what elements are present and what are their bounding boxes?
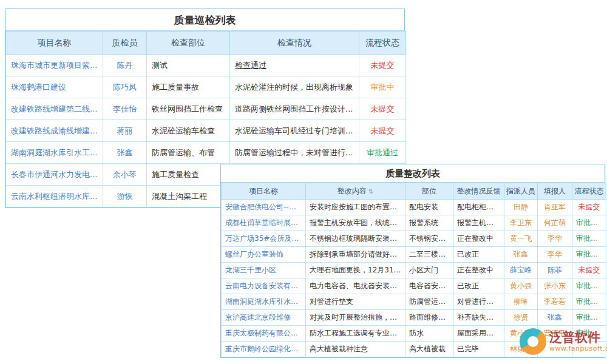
table-row[interactable]: 湖南洞庭湖水库引水工... 张鑫 防腐管运输、布管 防腐管运输过程中，未对管进行… [6,142,406,164]
assignee-cell[interactable]: 徐贤 [504,310,538,326]
reporter-cell[interactable]: 张小东 [538,278,572,294]
project-cell[interactable]: 龙湖三千里小区 [222,263,306,278]
col-header-reporter: 填报人 [538,183,572,200]
part-cell: 不锈钢安装... [405,231,453,247]
content-cell: 对管进行垫支 [306,294,405,310]
table-row[interactable]: 珠海鹤港口建设 陈巧凤 施工质量事故 水泥砼灌注的时候，出现离析现象 审批中 [6,76,406,98]
assignee-cell[interactable]: 黄一飞 [504,231,538,247]
reporter-cell[interactable]: 张鑫 [538,310,572,326]
feedback-cell: 补齐缺失标志... [453,310,504,326]
project-cell[interactable]: 万达广场35#会所及咖啡厅空... [222,231,306,247]
project-cell[interactable]: 改建铁路线成渝线增建第... [6,120,103,142]
part-cell: 二至三楼混... [405,247,453,263]
inspector-cell[interactable]: 李佳怡 [103,98,147,120]
feedback-cell: 屋面采用聚氨... [453,326,504,342]
part-cell: 高大植被栽 [405,342,453,357]
status-badge: 未提交 [359,120,406,142]
reporter-cell[interactable]: 李华 [538,247,572,263]
project-cell[interactable]: 云南水利枢纽潜明水库... [6,186,103,207]
sort-icon[interactable]: ⇅ [368,188,373,195]
situation-cell[interactable]: 检查通过 [230,55,359,76]
part-cell: 防水 [405,326,453,342]
assignee-cell[interactable]: 黄小强 [504,278,538,294]
status-badge: 审批通过 [572,247,606,263]
part-cell: 测试 [147,55,230,76]
quality-rectify-title: 质量整改列表 [221,164,605,183]
table-row[interactable]: 万达广场35#会所及咖啡厅空... 不锈钢边框玻璃隔断安装不平... 不锈钢安装… [222,231,606,247]
table-row[interactable]: 改建铁路线成渝线增建第... 蒋丽 水泥砼运输车检查 水泥砼运输车司机经过专门培… [6,120,406,142]
part-cell: 混凝土沟渠工程 [147,186,230,207]
situation-cell: 防腐管运输过程中，未对管进行... [230,142,359,164]
table-row[interactable]: 螺丝厂办公室装饰 拆除到承重墙部分请做好加固... 二至三楼混... 已改正 张… [222,247,606,263]
quality-inspection-title: 质量巡检列表 [5,9,404,31]
col-header-status: 流程状态 [572,183,606,200]
col-header-project: 项目名称 [6,32,103,55]
project-cell[interactable]: 珠海鹤港口建设 [6,76,103,98]
inspector-cell[interactable]: 余小琴 [103,164,147,186]
project-cell[interactable]: 京沪高速北京段维修 [222,310,306,326]
table-row[interactable]: 成都杜甫草堂临时展厅独立展... 报警主机安放牢固，线缆连接... 报警系统 报… [222,215,606,231]
fanpu-logo-text: 泛普软件 www.fanpusoft.com [549,331,607,352]
assignee-cell[interactable]: 柳琳 [504,294,538,310]
feedback-cell: 对管进行垫支 [453,294,504,310]
col-header-part: 检查部位 [147,32,230,55]
content-cell: 对其及时开展整治措施，桥头... [306,310,405,326]
project-cell[interactable]: 湖南洞庭湖水库引水工... [6,142,103,164]
project-cell[interactable]: 重庆市鹅岭公园绿化观景提升... [222,342,306,357]
project-cell[interactable]: 改建铁路线增建第二线... [6,98,103,120]
feedback-cell: 已改正 [453,247,504,263]
table-row[interactable]: 湖南洞庭湖水库引水工程施工1标 对管进行垫支 防腐管运输... 对管进行垫支 柳… [222,294,606,310]
part-cell: 配电安装 [405,200,453,215]
inspector-cell[interactable]: 蒋丽 [103,120,147,142]
assignee-cell[interactable]: 李卫东 [504,215,538,231]
project-cell[interactable]: 云南电力设备安装有限公司20... [222,278,306,294]
project-cell[interactable]: 成都杜甫草堂临时展厅独立展... [222,215,306,231]
situation-cell: 水泥砼灌注的时候，出现离析现象 [230,76,359,98]
content-cell: 安装时应按施工图的布置，将... [306,200,405,215]
inspector-cell[interactable]: 张鑫 [103,142,147,164]
col-header-part: 部位 [405,183,453,200]
project-cell[interactable]: 湖南洞庭湖水库引水工程施工1标 [222,294,306,310]
reporter-cell[interactable]: 陈菲 [538,263,572,278]
table-row[interactable]: 改建铁路线增建第二线... 李佳怡 铁丝网围挡工作检查 道路两侧铁丝网围挡工作按… [6,98,406,120]
part-cell: 施工质量事故 [147,76,230,98]
part-cell: 电容器安装... [405,278,453,294]
status-badge: 未提交 [359,98,406,120]
project-cell[interactable]: 安徽合肥供电公司--配电设备... [222,200,306,215]
content-cell: 报警主机安放牢固，线缆连接... [306,215,405,231]
status-badge: 未提交 [572,263,606,278]
assignee-cell[interactable]: 田静 [504,200,538,215]
feedback-cell: 正在整改中 [453,231,504,247]
reporter-cell[interactable]: 肖亚军 [538,200,572,215]
part-cell: 路面维修检... [405,310,453,326]
content-cell: 防水工程施工选调有专业资质... [306,326,405,342]
fanpu-watermark: 泛普软件 www.fanpusoft.com [520,328,607,355]
status-badge: 未提交 [572,200,606,215]
project-cell[interactable]: 长春市伊通河水力发电... [6,164,103,186]
reporter-cell[interactable]: 李若若 [538,294,572,310]
fanpu-logo-icon [520,328,546,355]
table-row[interactable]: 京沪高速北京段维修 对其及时开展整治措施，桥头... 路面维修检... 补齐缺失… [222,310,606,326]
project-cell[interactable]: 螺丝厂办公室装饰 [222,247,306,263]
inspector-cell[interactable]: 游恢 [103,186,147,207]
feedback-cell: 正在整改中 [453,263,504,278]
part-cell: 水泥砼运输车检查 [147,120,230,142]
status-badge: 审批通过 [572,310,606,326]
inspector-cell[interactable]: 陈丹 [103,55,147,76]
table-row[interactable]: 珠海市城市更新项目紫... 陈丹 测试 检查通过 未提交 [6,55,406,76]
reporter-cell[interactable]: 李华 [538,231,572,247]
status-badge: 审批通过 [359,142,406,164]
table-row[interactable]: 安徽合肥供电公司--配电设备... 安装时应按施工图的布置，将... 配电安装 … [222,200,606,215]
assignee-cell[interactable]: 张鑫 [504,247,538,263]
part-cell: 防腐管运输、布管 [147,142,230,164]
assignee-cell[interactable]: 薛宝峰 [504,263,538,278]
reporter-cell[interactable]: 何芷萌 [538,215,572,231]
project-cell[interactable]: 珠海市城市更新项目紫... [6,55,103,76]
table-row[interactable]: 云南电力设备安装有限公司20... 电力电容器、电抗器安装方案... 电容器安装… [222,278,606,294]
header-row: 项目名称 整改内容⇅ 部位 整改情况反馈 指派人员 填报人 流程状态 [222,183,606,200]
inspector-cell[interactable]: 陈巧凤 [103,76,147,98]
table-row[interactable]: 龙湖三千里小区 大理石地面更换，12月31日之... 小区大门 正在整改中 薛宝… [222,263,606,278]
project-cell[interactable]: 重庆太极制药有限公司亳州中... [222,326,306,342]
part-cell: 施工质量检查 [147,164,230,186]
col-header-content[interactable]: 整改内容⇅ [306,183,405,200]
